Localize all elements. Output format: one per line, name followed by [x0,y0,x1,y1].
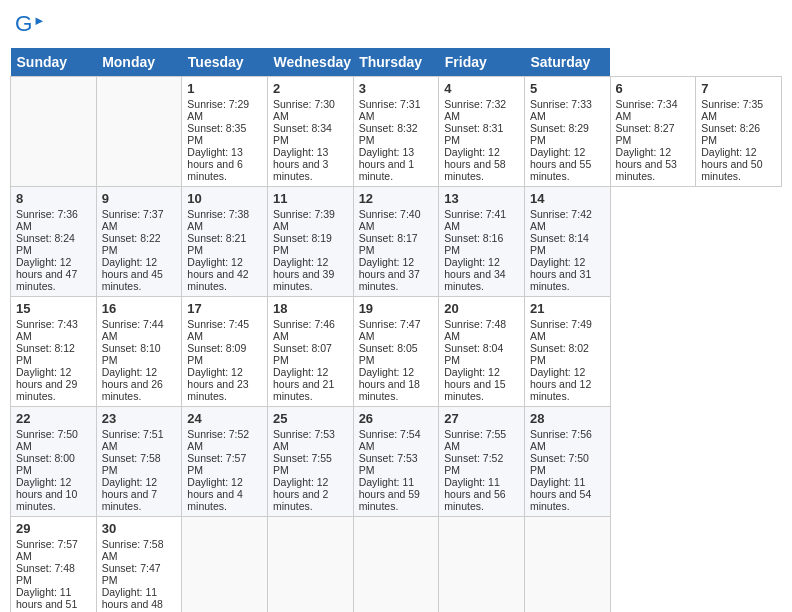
daylight-text: Daylight: 12 hours and 10 minutes. [16,476,77,512]
sunrise-text: Sunrise: 7:45 AM [187,318,249,342]
calendar-cell: 21Sunrise: 7:49 AMSunset: 8:02 PMDayligh… [524,297,610,407]
logo-icon: G [15,10,43,38]
daylight-text: Daylight: 12 hours and 31 minutes. [530,256,591,292]
day-number: 28 [530,411,605,426]
sunrise-text: Sunrise: 7:54 AM [359,428,421,452]
calendar-week-row: 15Sunrise: 7:43 AMSunset: 8:12 PMDayligh… [11,297,782,407]
daylight-text: Daylight: 12 hours and 15 minutes. [444,366,505,402]
sunrise-text: Sunrise: 7:35 AM [701,98,763,122]
day-number: 23 [102,411,177,426]
calendar-cell: 18Sunrise: 7:46 AMSunset: 8:07 PMDayligh… [267,297,353,407]
sunset-text: Sunset: 7:47 PM [102,562,161,586]
sunset-text: Sunset: 8:34 PM [273,122,332,146]
sunset-text: Sunset: 8:27 PM [616,122,675,146]
calendar-week-row: 8Sunrise: 7:36 AMSunset: 8:24 PMDaylight… [11,187,782,297]
daylight-text: Daylight: 12 hours and 4 minutes. [187,476,242,512]
day-number: 21 [530,301,605,316]
sunrise-text: Sunrise: 7:32 AM [444,98,506,122]
sunrise-text: Sunrise: 7:44 AM [102,318,164,342]
calendar-header-wednesday: Wednesday [267,48,353,77]
sunrise-text: Sunrise: 7:31 AM [359,98,421,122]
calendar-cell: 14Sunrise: 7:42 AMSunset: 8:14 PMDayligh… [524,187,610,297]
daylight-text: Daylight: 12 hours and 29 minutes. [16,366,77,402]
sunrise-text: Sunrise: 7:46 AM [273,318,335,342]
calendar-cell: 19Sunrise: 7:47 AMSunset: 8:05 PMDayligh… [353,297,439,407]
calendar-cell: 29Sunrise: 7:57 AMSunset: 7:48 PMDayligh… [11,517,97,613]
sunrise-text: Sunrise: 7:49 AM [530,318,592,342]
day-number: 16 [102,301,177,316]
day-number: 9 [102,191,177,206]
sunset-text: Sunset: 7:53 PM [359,452,418,476]
daylight-text: Daylight: 12 hours and 50 minutes. [701,146,762,182]
calendar-cell: 5Sunrise: 7:33 AMSunset: 8:29 PMDaylight… [524,77,610,187]
sunrise-text: Sunrise: 7:40 AM [359,208,421,232]
day-number: 12 [359,191,434,206]
daylight-text: Daylight: 12 hours and 18 minutes. [359,366,420,402]
calendar-cell: 15Sunrise: 7:43 AMSunset: 8:12 PMDayligh… [11,297,97,407]
sunset-text: Sunset: 8:22 PM [102,232,161,256]
calendar-table: SundayMondayTuesdayWednesdayThursdayFrid… [10,48,782,612]
sunset-text: Sunset: 8:14 PM [530,232,589,256]
day-number: 24 [187,411,262,426]
calendar-week-row: 29Sunrise: 7:57 AMSunset: 7:48 PMDayligh… [11,517,782,613]
daylight-text: Daylight: 12 hours and 53 minutes. [616,146,677,182]
calendar-header-friday: Friday [439,48,525,77]
daylight-text: Daylight: 12 hours and 12 minutes. [530,366,591,402]
sunrise-text: Sunrise: 7:43 AM [16,318,78,342]
sunset-text: Sunset: 8:24 PM [16,232,75,256]
daylight-text: Daylight: 12 hours and 58 minutes. [444,146,505,182]
daylight-text: Daylight: 12 hours and 21 minutes. [273,366,334,402]
sunset-text: Sunset: 7:48 PM [16,562,75,586]
sunrise-text: Sunrise: 7:29 AM [187,98,249,122]
sunset-text: Sunset: 8:02 PM [530,342,589,366]
sunset-text: Sunset: 8:16 PM [444,232,503,256]
sunset-text: Sunset: 7:57 PM [187,452,246,476]
sunrise-text: Sunrise: 7:42 AM [530,208,592,232]
calendar-header-monday: Monday [96,48,182,77]
day-number: 27 [444,411,519,426]
day-number: 26 [359,411,434,426]
calendar-header-row: SundayMondayTuesdayWednesdayThursdayFrid… [11,48,782,77]
day-number: 30 [102,521,177,536]
daylight-text: Daylight: 12 hours and 34 minutes. [444,256,505,292]
sunrise-text: Sunrise: 7:55 AM [444,428,506,452]
sunrise-text: Sunrise: 7:51 AM [102,428,164,452]
calendar-cell: 8Sunrise: 7:36 AMSunset: 8:24 PMDaylight… [11,187,97,297]
calendar-cell: 4Sunrise: 7:32 AMSunset: 8:31 PMDaylight… [439,77,525,187]
sunrise-text: Sunrise: 7:39 AM [273,208,335,232]
sunset-text: Sunset: 8:00 PM [16,452,75,476]
daylight-text: Daylight: 12 hours and 7 minutes. [102,476,157,512]
calendar-week-row: 22Sunrise: 7:50 AMSunset: 8:00 PMDayligh… [11,407,782,517]
sunset-text: Sunset: 8:07 PM [273,342,332,366]
calendar-header-tuesday: Tuesday [182,48,268,77]
daylight-text: Daylight: 11 hours and 54 minutes. [530,476,591,512]
sunset-text: Sunset: 8:32 PM [359,122,418,146]
calendar-cell [96,77,182,187]
day-number: 4 [444,81,519,96]
calendar-header-thursday: Thursday [353,48,439,77]
calendar-cell: 28Sunrise: 7:56 AMSunset: 7:50 PMDayligh… [524,407,610,517]
daylight-text: Daylight: 13 hours and 1 minute. [359,146,414,182]
sunrise-text: Sunrise: 7:53 AM [273,428,335,452]
sunset-text: Sunset: 8:19 PM [273,232,332,256]
sunset-text: Sunset: 8:04 PM [444,342,503,366]
sunset-text: Sunset: 7:58 PM [102,452,161,476]
calendar-cell [11,77,97,187]
calendar-cell: 16Sunrise: 7:44 AMSunset: 8:10 PMDayligh… [96,297,182,407]
calendar-cell: 11Sunrise: 7:39 AMSunset: 8:19 PMDayligh… [267,187,353,297]
sunrise-text: Sunrise: 7:33 AM [530,98,592,122]
calendar-cell: 7Sunrise: 7:35 AMSunset: 8:26 PMDaylight… [696,77,782,187]
daylight-text: Daylight: 11 hours and 51 minutes. [16,586,77,612]
day-number: 29 [16,521,91,536]
day-number: 8 [16,191,91,206]
sunset-text: Sunset: 8:31 PM [444,122,503,146]
calendar-cell: 20Sunrise: 7:48 AMSunset: 8:04 PMDayligh… [439,297,525,407]
sunrise-text: Sunrise: 7:52 AM [187,428,249,452]
calendar-cell [524,517,610,613]
daylight-text: Daylight: 13 hours and 3 minutes. [273,146,328,182]
sunset-text: Sunset: 8:17 PM [359,232,418,256]
sunrise-text: Sunrise: 7:50 AM [16,428,78,452]
calendar-cell [182,517,268,613]
day-number: 13 [444,191,519,206]
day-number: 11 [273,191,348,206]
